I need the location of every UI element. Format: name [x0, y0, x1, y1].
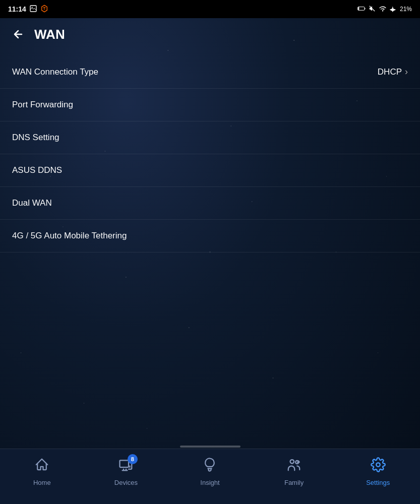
menu-item-label-mobile-tethering: 4G / 5G Auto Mobile Tethering — [12, 231, 127, 241]
home-icon — [34, 457, 49, 476]
gallery-icon — [29, 5, 37, 14]
devices-badge: 8 — [128, 454, 138, 464]
nav-label-home: Home — [33, 479, 51, 486]
insight-icon — [202, 457, 217, 476]
back-button[interactable] — [10, 26, 26, 42]
wifi-icon — [379, 5, 387, 14]
header: WAN — [0, 18, 420, 50]
svg-point-9 — [376, 463, 380, 467]
nav-item-family[interactable]: Family — [252, 455, 336, 488]
mute-icon — [369, 5, 376, 14]
battery-icon — [357, 5, 366, 14]
nav-label-settings: Settings — [366, 479, 390, 486]
status-bar-left: 11:14 — [8, 5, 48, 14]
menu-item-wan-connection-type[interactable]: WAN Connection TypeDHCP› — [0, 55, 420, 89]
svg-rect-3 — [365, 8, 365, 9]
battery-percent: 21% — [400, 6, 412, 13]
menu-item-value-text-wan-connection-type: DHCP — [378, 67, 402, 77]
airplane-icon — [390, 5, 397, 14]
menu-item-value-wan-connection-type: DHCP› — [378, 67, 408, 77]
menu-item-asus-ddns[interactable]: ASUS DDNS — [0, 154, 420, 187]
svg-rect-4 — [358, 7, 359, 10]
svg-point-5 — [382, 10, 383, 11]
settings-icon — [371, 457, 386, 476]
menu-item-label-asus-ddns: ASUS DDNS — [12, 165, 62, 175]
nav-label-devices: Devices — [114, 479, 138, 486]
time: 11:14 — [8, 5, 26, 13]
app-icon — [40, 5, 48, 14]
menu-item-port-forwarding[interactable]: Port Forwarding — [0, 89, 420, 121]
nav-item-home[interactable]: Home — [0, 455, 84, 488]
menu-item-label-wan-connection-type: WAN Connection Type — [12, 67, 98, 77]
menu-list: WAN Connection TypeDHCP›Port ForwardingD… — [0, 55, 420, 253]
chevron-icon: › — [405, 67, 408, 77]
status-bar: 11:14 — [0, 0, 420, 18]
scroll-indicator — [180, 446, 241, 448]
svg-point-7 — [290, 460, 294, 464]
svg-rect-6 — [119, 460, 129, 467]
menu-item-dns-setting[interactable]: DNS Setting — [0, 121, 420, 154]
family-icon — [286, 457, 302, 476]
menu-item-label-dual-wan: Dual WAN — [12, 198, 52, 208]
menu-item-mobile-tethering[interactable]: 4G / 5G Auto Mobile Tethering — [0, 220, 420, 253]
page-title: WAN — [34, 27, 65, 42]
menu-item-dual-wan[interactable]: Dual WAN — [0, 187, 420, 220]
status-bar-right: 21% — [357, 5, 412, 14]
menu-item-label-dns-setting: DNS Setting — [12, 133, 59, 143]
nav-item-devices[interactable]: 8Devices — [84, 455, 168, 488]
menu-item-label-port-forwarding: Port Forwarding — [12, 100, 73, 110]
nav-item-insight[interactable]: Insight — [168, 455, 252, 488]
nav-item-settings[interactable]: Settings — [336, 455, 420, 488]
nav-label-insight: Insight — [200, 479, 219, 486]
bottom-nav: Home 8Devices Insight Family Settings — [0, 449, 420, 504]
devices-icon: 8 — [118, 457, 134, 476]
nav-label-family: Family — [284, 479, 304, 486]
